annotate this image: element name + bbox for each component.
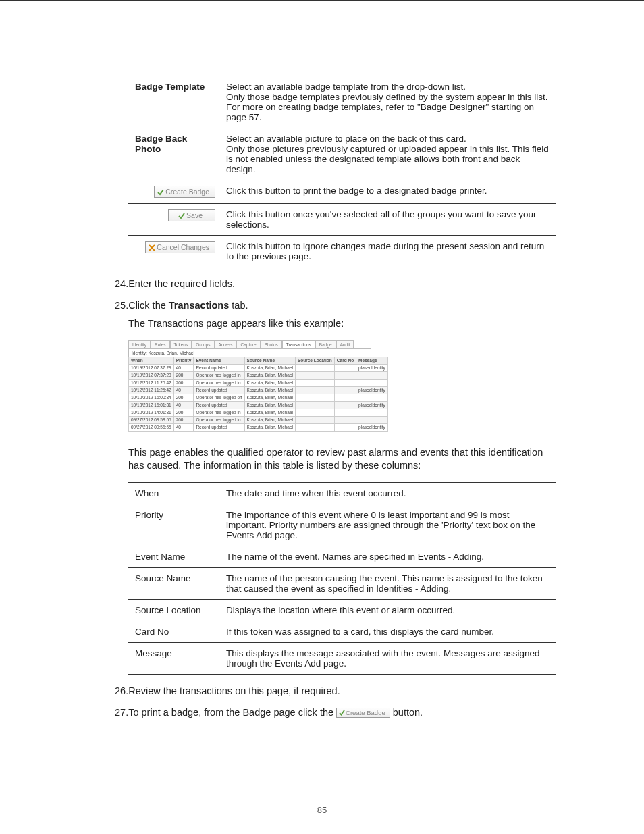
tab-identity[interactable]: Identity xyxy=(128,340,151,348)
columns-table: WhenThe date and time when this event oc… xyxy=(128,482,556,675)
desc-badge-template: Select an available badge template from … xyxy=(219,76,556,128)
step-25-body2: This page enables the qualified operator… xyxy=(128,446,556,473)
step-24: 24.Enter the required fields. xyxy=(115,278,556,289)
tab-transactions[interactable]: Transactions xyxy=(282,340,315,348)
label-event-name: Event Name xyxy=(128,546,219,567)
table-row: 10/19/2012 07:37:2940Record updatedKoszu… xyxy=(129,364,388,371)
save-button[interactable]: Save xyxy=(168,209,215,221)
tab-groups[interactable]: Groups xyxy=(192,340,214,348)
tab-audit[interactable]: Audit xyxy=(336,340,354,348)
check-icon xyxy=(157,189,164,196)
col-card-no: Card No xyxy=(334,357,356,364)
tab-access[interactable]: Access xyxy=(215,340,237,348)
label-when: When xyxy=(128,482,219,504)
table-row: 10/19/2012 07:37:28200Operator has logge… xyxy=(129,371,388,379)
table-row: 10/10/2012 14:01:31200Operator has logge… xyxy=(129,409,388,416)
desc-cancel: Click this button to ignore changes made… xyxy=(219,236,556,267)
table-row: 09/27/2012 09:56:5540Record updatedKoszu… xyxy=(129,423,388,431)
create-badge-inline-button[interactable]: Create Badge xyxy=(336,708,390,718)
label-message: Message xyxy=(128,642,219,674)
col-event-name: Event Name xyxy=(194,357,244,364)
tab-tokens[interactable]: Tokens xyxy=(170,340,192,348)
tab-badge[interactable]: Badge xyxy=(315,340,336,348)
step-27: 27.To print a badge, from the Badge page… xyxy=(115,707,556,719)
table-row: 10/10/2012 16:00:34200Operator has logge… xyxy=(129,394,388,401)
label-card-no: Card No xyxy=(128,621,219,642)
step-26: 26.Review the transactions on this page,… xyxy=(115,685,556,696)
x-icon xyxy=(149,244,155,251)
col-message: Message xyxy=(356,357,388,364)
desc-event-name: The name of the event. Names are specifi… xyxy=(219,546,556,567)
desc-source-name: The name of the person causing the event… xyxy=(219,567,556,599)
label-source-location: Source Location xyxy=(128,599,219,621)
desc-create-badge: Click this button to print the badge to … xyxy=(219,180,556,204)
desc-when: The date and time when this event occurr… xyxy=(219,482,556,504)
create-badge-button[interactable]: Create Badge xyxy=(154,186,215,198)
table-row: 10/12/2012 11:25:42200Operator has logge… xyxy=(129,379,388,386)
desc-priority: The importance of this event where 0 is … xyxy=(219,504,556,546)
check-icon xyxy=(178,213,185,219)
transactions-screenshot: IdentityRolesTokensGroupsAccessCapturePh… xyxy=(128,340,371,432)
desc-source-location: Displays the location where this event o… xyxy=(219,599,556,621)
desc-badge-back-photo: Select an available picture to place on … xyxy=(219,128,556,180)
desc-save: Click this button once you've selected a… xyxy=(219,204,556,236)
desc-card-no: If this token was assigned to a card, th… xyxy=(219,621,556,642)
label-priority: Priority xyxy=(128,504,219,546)
step-25: 25.Click the Transactions tab. xyxy=(115,300,556,311)
col-priority: Priority xyxy=(173,357,194,364)
table-row: 10/12/2012 11:25:4240Record updatedKoszu… xyxy=(129,386,388,394)
col-when: When xyxy=(129,357,174,364)
label-source-name: Source Name xyxy=(128,567,219,599)
tab-photos[interactable]: Photos xyxy=(261,340,282,348)
table-row: 10/10/2012 16:01:3140Record updatedKoszu… xyxy=(129,401,388,409)
col-source-location: Source Location xyxy=(295,357,334,364)
label-badge-template: Badge Template xyxy=(128,76,219,128)
badge-options-table: Badge Template Select an available badge… xyxy=(128,76,556,267)
step-25-body: The Transactions page appears like this … xyxy=(128,317,556,331)
check-icon xyxy=(339,710,345,716)
page-number: 85 xyxy=(0,805,644,815)
transactions-table: WhenPriorityEvent NameSource NameSource … xyxy=(128,357,388,432)
table-row: 09/27/2012 09:58:55200Operator has logge… xyxy=(129,416,388,423)
tab-capture[interactable]: Capture xyxy=(236,340,260,348)
desc-message: This displays the message associated wit… xyxy=(219,642,556,674)
tab-roles[interactable]: Roles xyxy=(151,340,170,348)
label-badge-back-photo: Badge Back Photo xyxy=(128,128,219,180)
col-source-name: Source Name xyxy=(244,357,295,364)
identity-line: Identity: Koszuta, Brian, Michael xyxy=(128,348,371,357)
cancel-changes-button[interactable]: Cancel Changes xyxy=(145,241,215,253)
